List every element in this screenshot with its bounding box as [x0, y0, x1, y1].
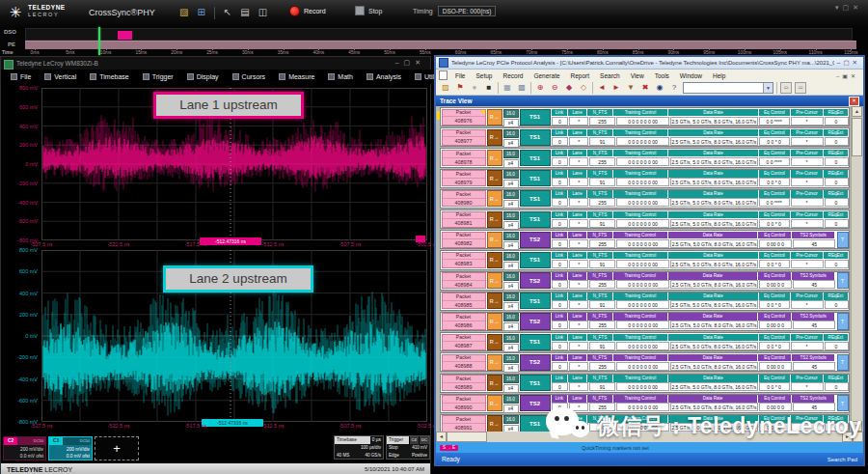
- scroll-left-icon[interactable]: ◄: [436, 432, 447, 442]
- screenshot-icon[interactable]: ⊞: [197, 6, 204, 19]
- zoom-in-icon[interactable]: ⊕: [534, 82, 546, 94]
- record-options-icon[interactable]: ⚑: [454, 82, 466, 94]
- pane-toggle-button[interactable]: ▭: [795, 82, 806, 94]
- stop-button[interactable]: Stop: [355, 6, 382, 15]
- open-file-icon[interactable]: ▨: [440, 82, 451, 94]
- rate-width-cell: 16.0x4: [503, 170, 519, 186]
- trigger-descriptor[interactable]: Trigger C4 DC Stop 410 mV Edge Positive: [386, 435, 430, 460]
- scope-menu-vertical[interactable]: Vertical: [39, 70, 82, 83]
- trace-row-packet-408977[interactable]: Packet408977R→16.0x4TS1LinkLaneN_FTSTrai…: [440, 127, 850, 147]
- field-value: 91: [589, 300, 615, 309]
- trace-row-packet-408987[interactable]: Packet408987R→16.0x4TS1LinkLaneN_FTSTrai…: [440, 332, 850, 351]
- analyzer-window-controls[interactable]: ‒▢✕: [837, 59, 860, 67]
- print-icon[interactable]: ▤: [240, 6, 249, 19]
- brand-line1: TELEDYNE: [28, 5, 66, 12]
- search-combobox[interactable]: ▼: [683, 82, 773, 94]
- analyzer-menu-setup[interactable]: Setup: [471, 72, 497, 79]
- trace-row-packet-408984[interactable]: Packet408984R→16.0x4TS2LinkLaneN_FTSTrai…: [440, 271, 850, 291]
- vertical-scrollbar[interactable]: ▲ ▼: [851, 106, 862, 432]
- trace-row-packet-408979[interactable]: Packet408979R→16.0x4TS1LinkLaneN_FTSTrai…: [440, 169, 850, 188]
- channel-c2-descriptor[interactable]: C2 DC50 200 mV/div 0.0 mV ofst: [3, 436, 46, 460]
- pane-toggle-button[interactable]: ▭: [780, 82, 792, 94]
- trace-row-packet-408988[interactable]: Packet408988R→16.0x4TS2LinkLaneN_FTSTrai…: [440, 352, 850, 372]
- column-header: Training Control: [613, 375, 668, 382]
- channel-c3-descriptor[interactable]: C3 DC50 200 mV/div 0.0 mV ofst: [48, 436, 93, 460]
- scope-menu-analysis[interactable]: Analysis: [361, 70, 407, 83]
- trace-row-packet-408978[interactable]: Packet408978R→16.0x4TS1LinkLaneN_FTSTrai…: [440, 148, 850, 167]
- menu-item-label: Timebase: [99, 73, 128, 80]
- menu-item-icon: [143, 73, 149, 80]
- trace-row-packet-408980[interactable]: Packet408980R→16.0x4TS1LinkLaneN_FTSTrai…: [440, 189, 850, 209]
- trace-row-packet-408985[interactable]: Packet408985R→16.0x4TS1LinkLaneN_FTSTrai…: [440, 292, 850, 311]
- packet-label: Packet: [443, 354, 485, 362]
- record-start-icon[interactable]: ●: [469, 82, 480, 94]
- scope-menu-math[interactable]: Math: [322, 70, 359, 83]
- analyzer-menu-file[interactable]: File: [450, 72, 470, 79]
- analyzer-menu-search[interactable]: Search: [595, 72, 625, 79]
- clear-search-icon[interactable]: ✖: [639, 82, 651, 94]
- packet-fields: LinkLaneN_FTSTraining ControlData RateEq…: [552, 272, 836, 289]
- cursor-icon[interactable]: ↖: [224, 6, 231, 19]
- analyzer-menu-record[interactable]: Record: [498, 72, 528, 79]
- mdi-window-controls[interactable]: ‒▣✕: [836, 72, 860, 79]
- trace-row-packet-408981[interactable]: Packet408981R→16.0x4TS1LinkLaneN_FTSTrai…: [440, 209, 850, 229]
- export-icon[interactable]: ◫: [258, 6, 267, 19]
- horizontal-scroll-thumb[interactable]: [447, 432, 487, 442]
- trace-row-packet-408976[interactable]: Packet408976R→16.0x4TS1LinkLaneN_FTSTrai…: [440, 107, 850, 126]
- ts-type-badge: TS1: [520, 170, 551, 186]
- goto-marker-icon[interactable]: ◆: [563, 82, 575, 94]
- trace-row-packet-408989[interactable]: Packet408989R→16.0x4TS1LinkLaneN_FTSTrai…: [440, 374, 850, 393]
- search-back-icon[interactable]: ◄: [596, 82, 608, 94]
- add-trace-button[interactable]: +: [95, 436, 139, 460]
- set-marker-icon[interactable]: ◇: [578, 82, 589, 94]
- field-value: 0 0 * 0: [759, 260, 790, 268]
- analyzer-menu-generate[interactable]: Generate: [529, 72, 564, 79]
- scroll-up-icon[interactable]: ▲: [852, 106, 862, 117]
- analyzer-app-icon: [439, 58, 448, 68]
- open-folder-icon[interactable]: ▨: [179, 6, 188, 19]
- analyzer-menu-view[interactable]: View: [626, 72, 649, 79]
- window-cascade-icon[interactable]: ▩: [516, 82, 528, 94]
- trace-row-packet-408983[interactable]: Packet408983R→16.0x4TS1LinkLaneN_FTSTrai…: [440, 250, 850, 269]
- scope-menu-display[interactable]: Display: [181, 70, 225, 83]
- zoom-out-icon[interactable]: ⊖: [549, 82, 560, 94]
- analyzer-menu-report[interactable]: Report: [566, 72, 595, 79]
- analyzer-menu-window[interactable]: Window: [675, 72, 707, 79]
- scope-window-controls[interactable]: ‒▢✕: [395, 59, 425, 67]
- scope-menu-trigger[interactable]: Trigger: [137, 70, 179, 83]
- trace-view-close-icon[interactable]: ✕: [849, 97, 859, 106]
- packet-label: Packet: [443, 252, 485, 260]
- packet-cell: Packet408976: [442, 109, 486, 125]
- field-headers: LinkLaneN_FTSTraining ControlData RateEq…: [552, 109, 849, 117]
- scope-menu-file[interactable]: File: [5, 70, 37, 83]
- window-tile-icon[interactable]: ▦: [502, 82, 513, 94]
- trace-row-packet-408986[interactable]: Packet408986R→16.0x4TS2LinkLaneN_FTSTrai…: [440, 312, 850, 331]
- crosssync-window-controls[interactable]: ▾▢✕: [835, 4, 862, 12]
- ts-type-badge: TS1: [520, 252, 551, 268]
- analyzer-menu-help[interactable]: Help: [708, 72, 730, 79]
- find-icon[interactable]: ◉: [654, 82, 665, 94]
- record-button[interactable]: Record: [289, 6, 326, 16]
- timeline-playhead[interactable]: [98, 27, 100, 55]
- vertical-scroll-thumb[interactable]: [852, 118, 862, 156]
- timebase-descriptor[interactable]: Timebase 0 µs 100 µs/div 40 MS 40 GS/s: [334, 435, 384, 460]
- scope-menu-cursors[interactable]: Cursors: [227, 70, 272, 83]
- scope-menu-timebase[interactable]: Timebase: [84, 70, 134, 83]
- search-forward-icon[interactable]: ►: [610, 82, 622, 94]
- scope-menu-measure[interactable]: Measure: [273, 70, 320, 83]
- trace-row-packet-408982[interactable]: Packet408982R→16.0x4TS2LinkLaneN_FTSTrai…: [440, 230, 850, 249]
- filter-icon[interactable]: ▼: [625, 82, 637, 94]
- ts-type-badge: TS2: [520, 313, 551, 329]
- record-stop-icon[interactable]: ■: [483, 82, 495, 94]
- dso-capture-segment[interactable]: [118, 31, 132, 40]
- quicktiming-marker-badge[interactable]: S → E: [440, 445, 458, 451]
- lane1-annotation[interactable]: Lane 1 upstream: [153, 92, 304, 119]
- dso-track-bar[interactable]: [25, 28, 853, 41]
- field-value: *: [569, 198, 588, 207]
- field-value: *: [791, 157, 824, 166]
- help-icon[interactable]: ?: [668, 82, 680, 94]
- analyzer-menu-tools[interactable]: Tools: [650, 72, 674, 79]
- rate-width-cell: 16.0x4: [503, 313, 519, 329]
- toolbar-separator: [498, 82, 499, 94]
- lane2-annotation[interactable]: Lane 2 upstream: [163, 265, 313, 293]
